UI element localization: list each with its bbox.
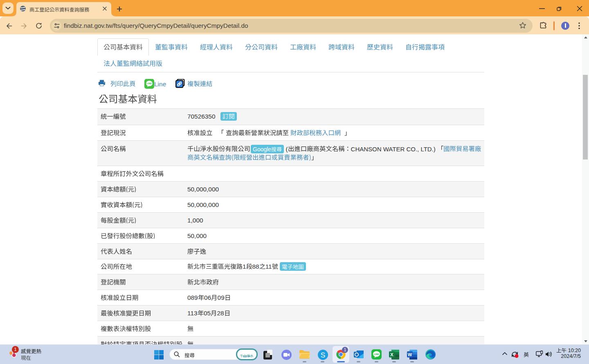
svg-text:LINE: LINE: [147, 82, 152, 85]
svg-text:S: S: [321, 351, 325, 359]
svg-text:X: X: [390, 352, 393, 357]
svg-text:W: W: [408, 352, 412, 357]
svg-text:LINE: LINE: [374, 353, 379, 355]
